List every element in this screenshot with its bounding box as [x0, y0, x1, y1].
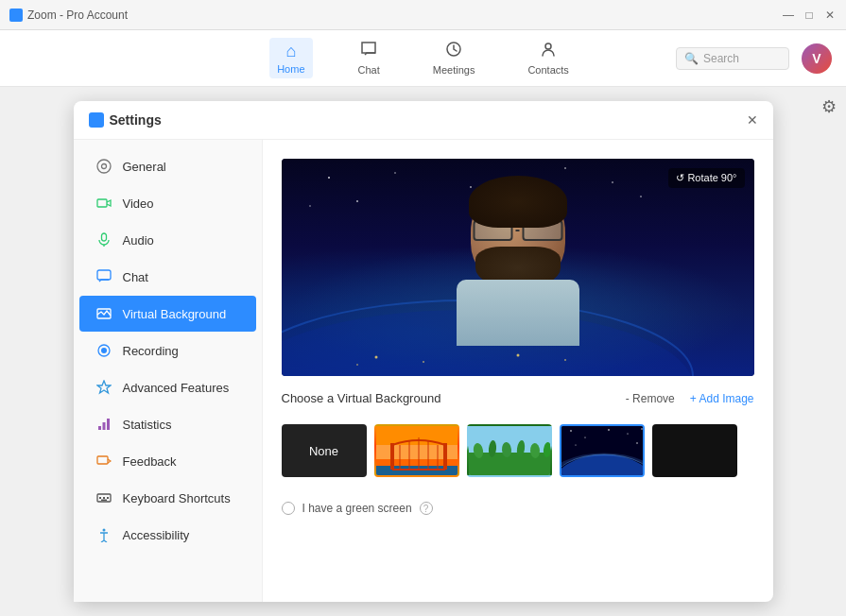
settings-sidebar: General Video: [74, 140, 263, 602]
person-area: [282, 159, 754, 376]
svg-rect-7: [97, 270, 111, 280]
green-screen-label: I have a green screen: [302, 502, 412, 515]
svg-rect-18: [107, 497, 109, 499]
title-bar: Zoom - Pro Account — □ ✕: [0, 0, 846, 30]
sidebar-label-advanced-features: Advanced Features: [123, 381, 230, 395]
maximize-button[interactable]: □: [803, 9, 816, 22]
dark-thumbnail-svg: [654, 426, 737, 477]
recording-icon: [95, 341, 113, 360]
close-button[interactable]: ✕: [823, 9, 837, 22]
minimize-button[interactable]: —: [782, 9, 795, 22]
virtual-background-icon: [95, 304, 113, 323]
nav-item-chat[interactable]: Chat: [351, 37, 388, 79]
bg-thumb-dark[interactable]: [652, 424, 737, 477]
app-title: Zoom - Pro Account: [27, 9, 128, 22]
svg-point-61: [641, 428, 642, 429]
bg-thumb-space[interactable]: [560, 424, 645, 477]
sidebar-label-accessibility: Accessibility: [123, 528, 190, 542]
contacts-icon: [540, 41, 557, 62]
feedback-icon: [95, 452, 113, 471]
svg-rect-12: [102, 422, 105, 430]
sidebar-item-accessibility[interactable]: Accessibility: [79, 517, 256, 553]
nav-items: ⌂ Home Chat Meetings: [269, 37, 577, 79]
bg-chooser-actions: - Remove + Add Image: [626, 392, 754, 405]
meetings-icon: [445, 41, 462, 62]
gear-button[interactable]: ⚙: [821, 96, 837, 117]
advanced-features-icon: [95, 378, 113, 397]
search-icon: 🔍: [684, 52, 699, 65]
avatar[interactable]: V: [802, 43, 832, 74]
person-silhouette: [442, 180, 594, 355]
svg-point-60: [627, 433, 628, 434]
sidebar-item-video[interactable]: Video: [79, 185, 256, 221]
info-icon[interactable]: ?: [420, 502, 433, 515]
svg-point-3: [101, 164, 106, 169]
bg-thumb-grass[interactable]: [467, 424, 552, 477]
settings-modal: Settings ✕ General: [74, 101, 773, 602]
sidebar-label-chat: Chat: [123, 270, 148, 284]
sidebar-item-general[interactable]: General: [79, 148, 256, 184]
navigation-bar: ⌂ Home Chat Meetings: [0, 30, 846, 87]
sidebar-label-recording: Recording: [123, 344, 179, 358]
audio-icon: [95, 231, 113, 249]
sidebar-item-statistics[interactable]: Statistics: [79, 406, 256, 442]
svg-rect-13: [107, 419, 110, 430]
svg-rect-41: [443, 443, 447, 470]
sidebar-label-video: Video: [123, 197, 154, 211]
sidebar-item-keyboard-shortcuts[interactable]: Keyboard Shortcuts: [79, 480, 256, 516]
grass-thumbnail-svg: [469, 426, 552, 477]
nav-item-contacts[interactable]: Contacts: [520, 37, 576, 79]
green-screen-checkbox[interactable]: [282, 502, 295, 515]
bg-chooser-header: Choose a Virtual Background - Remove + A…: [282, 391, 754, 405]
settings-title-text: Settings: [110, 112, 162, 128]
add-image-button[interactable]: + Add Image: [690, 392, 754, 405]
nav-item-meetings[interactable]: Meetings: [425, 37, 483, 79]
settings-content: ↺ Rotate 90° Choose a Virtual Background…: [263, 140, 773, 602]
nav-label-contacts: Contacts: [527, 64, 568, 76]
svg-rect-40: [390, 443, 394, 470]
svg-rect-19: [101, 500, 107, 502]
svg-point-57: [570, 430, 572, 432]
chat-nav-icon: [360, 41, 377, 62]
sidebar-item-virtual-background[interactable]: Virtual Background: [79, 296, 256, 332]
video-icon: [95, 194, 113, 213]
svg-rect-67: [654, 426, 737, 477]
main-content: ⚙ Settings ✕ Genera: [0, 87, 846, 616]
search-bar[interactable]: 🔍 Search: [676, 47, 789, 70]
chat-icon: [95, 267, 113, 286]
rotate-button[interactable]: ↺ Rotate 90°: [668, 168, 744, 188]
svg-point-59: [608, 429, 610, 431]
zoom-logo-icon: [9, 9, 23, 22]
sidebar-item-recording[interactable]: Recording: [79, 333, 256, 368]
sidebar-item-feedback[interactable]: Feedback: [79, 443, 256, 479]
sidebar-label-feedback: Feedback: [123, 454, 177, 469]
bg-thumb-none[interactable]: None: [282, 424, 367, 477]
sidebar-label-audio: Audio: [123, 233, 154, 248]
settings-close-button[interactable]: ✕: [747, 112, 758, 128]
keyboard-shortcuts-icon: [95, 488, 113, 507]
settings-logo-icon: [89, 112, 104, 128]
bridge-thumbnail-svg: [376, 426, 459, 477]
settings-header: Settings ✕: [74, 101, 773, 140]
svg-rect-16: [99, 497, 101, 499]
title-bar-controls: — □ ✕: [782, 9, 837, 22]
sidebar-item-advanced-features[interactable]: Advanced Features: [79, 369, 256, 405]
svg-point-20: [102, 529, 105, 532]
sidebar-item-audio[interactable]: Audio: [79, 222, 256, 258]
svg-rect-11: [98, 426, 101, 430]
space-thumbnail-svg: [561, 426, 645, 477]
sidebar-label-keyboard-shortcuts: Keyboard Shortcuts: [123, 491, 231, 505]
nav-item-home[interactable]: ⌂ Home: [269, 38, 312, 78]
nav-label-home: Home: [277, 63, 304, 75]
title-bar-title: Zoom - Pro Account: [9, 9, 128, 22]
bg-thumb-none-label: None: [309, 444, 338, 458]
nav-label-meetings: Meetings: [433, 64, 475, 76]
remove-background-button[interactable]: - Remove: [626, 392, 675, 405]
svg-point-62: [575, 445, 576, 446]
svg-point-63: [636, 442, 637, 443]
bg-thumb-bridge[interactable]: [374, 424, 459, 477]
sidebar-label-statistics: Statistics: [123, 418, 172, 432]
settings-body: General Video: [74, 140, 773, 602]
search-placeholder: Search: [703, 52, 739, 65]
sidebar-item-chat[interactable]: Chat: [79, 259, 256, 295]
